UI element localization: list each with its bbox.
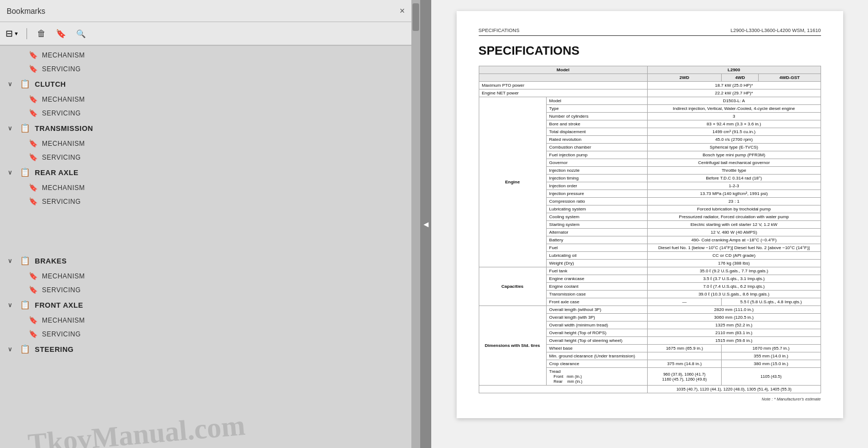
bookmark-icon: 🔖: [29, 183, 38, 192]
row-label: Injection nozzle: [546, 167, 647, 175]
row-value: 2110 mm (83.1 in.): [647, 329, 821, 337]
tread-front-4wd: 1105 (43.5): [722, 368, 821, 386]
bookmark-label: MECHANISM: [42, 51, 85, 59]
row-value: 13.73 MPa (140 kgf/cm², 1991 psi): [647, 190, 821, 198]
section-folder-icon: 📋: [20, 79, 30, 89]
row-value: CC or CD (API grade): [647, 252, 821, 260]
search-bookmark-button[interactable]: 🔍: [74, 28, 88, 39]
bookmark-icon: 🔖: [29, 272, 38, 280]
row-value: Electric starting with cell starter 12 V…: [647, 221, 821, 229]
doc-header: SPECIFICATIONS L2900-L3300-L3600-L4200 W…: [479, 28, 821, 36]
bookmark-item-rear-servicing[interactable]: 🔖 SERVICING: [0, 194, 411, 208]
bookmark-item-rear-mechanism[interactable]: 🔖 MECHANISM: [0, 181, 411, 194]
delete-bookmark-button[interactable]: 🗑: [35, 28, 48, 40]
row-value: 22.2 kW (29.7 HP)*: [647, 89, 821, 97]
variant-4wd: 4WD: [722, 74, 759, 82]
bookmark-label: MECHANISM: [42, 96, 85, 103]
row-value: 176 kg (388 lbs): [647, 260, 821, 267]
row-label: Transmission case: [546, 291, 647, 298]
model-label: Model: [479, 66, 647, 74]
scroll-thumb[interactable]: [412, 3, 419, 31]
row-label: Number of cylinders: [546, 113, 647, 120]
bookmark-item-trans-servicing[interactable]: 🔖 SERVICING: [0, 150, 411, 164]
dimensions-section-label: Dimensions with Std. tires: [479, 306, 546, 386]
doc-note: Note : * Manufacturer's estimate: [479, 397, 821, 402]
row-label: Tread Front mm (in.) Rear mm (in.): [546, 368, 647, 386]
section-label-transmission: TRANSMISSION: [35, 124, 93, 133]
scrollbar[interactable]: [411, 0, 420, 448]
row-label: Overall width (minimum tread): [546, 321, 647, 329]
bookmark-item-brakes-servicing[interactable]: 🔖 SERVICING: [0, 283, 411, 297]
bookmark-icon: 🔖: [29, 197, 38, 205]
row-label: Injection timing: [546, 175, 647, 182]
section-label-clutch: CLUTCH: [35, 80, 66, 88]
row-value-4wd: 380 mm (15.0 in.): [722, 360, 821, 368]
bookmark-item-clutch-mechanism[interactable]: 🔖 MECHANISM: [0, 92, 411, 106]
row-value: Throttle type: [647, 167, 821, 175]
bookmark-icon: 🔖: [29, 51, 38, 59]
add-bookmark-button[interactable]: 🔖: [54, 28, 68, 40]
row-value-2wd: —: [647, 298, 721, 306]
section-steering[interactable]: ∨ 📋 STEERING: [0, 341, 411, 357]
row-label: Maximum PTO power: [479, 82, 647, 89]
specifications-table: Model L2900 2WD 4WD 4WD-GST Maximum PTO …: [479, 66, 821, 393]
section-brakes[interactable]: ∨ 📋 BRAKES: [0, 252, 411, 269]
row-label: Fuel: [546, 244, 647, 252]
row-label: Injection pressure: [546, 190, 647, 198]
variant-4wd-gst: 4WD-GST: [759, 74, 821, 82]
row-value: 83 × 92.4 mm (3.3 × 3.6 in.): [647, 120, 821, 128]
row-label: Engine NET power: [479, 89, 647, 97]
table-row: Maximum PTO power 18.7 kW (25.0 HP)*: [479, 82, 821, 89]
section-transmission[interactable]: ∨ 📋 TRANSMISSION: [0, 120, 411, 136]
bookmark-item-servicing-top[interactable]: 🔖 SERVICING: [0, 62, 411, 76]
bookmark-item-clutch-servicing[interactable]: 🔖 SERVICING: [0, 106, 411, 120]
row-value-2wd: [647, 352, 721, 360]
row-label: Weight (Dry): [546, 260, 647, 267]
front-axle-children: 🔖 MECHANISM 🔖 SERVICING: [0, 313, 411, 341]
table-row: Engine NET power 22.2 kW (29.7 HP)*: [479, 89, 821, 97]
row-value: Pressurized radiator, Forced circulation…: [647, 213, 821, 221]
row-label: Model: [546, 97, 647, 105]
section-label-front-axle: FRONT AXLE: [35, 301, 83, 309]
capacities-section-label: Capacities: [479, 267, 546, 306]
tread-label: Tread: [549, 369, 644, 374]
section-front-axle[interactable]: ∨ 📋 FRONT AXLE: [0, 297, 411, 313]
row-value: Indirect injection, Vertical, Water-Cool…: [647, 105, 821, 113]
row-value: 490- Cold cranking Amps at −18°C (−0.4°F…: [647, 236, 821, 244]
row-value: 3060 mm (120.5 in.): [647, 314, 821, 321]
document-panel: SPECIFICATIONS L2900-L3300-L3600-L4200 W…: [431, 0, 868, 448]
clutch-children: 🔖 MECHANISM 🔖 SERVICING: [0, 92, 411, 120]
row-value-4wd: 1670 mm (65.7 in.): [722, 345, 821, 352]
collapse-panel-button[interactable]: ◀: [420, 0, 431, 448]
section-rear-axle[interactable]: ∨ 📋 REAR AXLE: [0, 164, 411, 181]
chevron-down-icon: ∨: [8, 302, 15, 309]
section-folder-icon: 📋: [20, 344, 30, 354]
row-label: Lubricating system: [546, 205, 647, 213]
row-label-empty: [479, 386, 647, 393]
bookmark-label: SERVICING: [42, 109, 81, 117]
row-label: Overall height (Top of steering wheel): [546, 337, 647, 345]
section-folder-icon: 📋: [20, 167, 30, 177]
bookmark-item-mechanism-top[interactable]: 🔖 MECHANISM: [0, 48, 411, 62]
close-button[interactable]: ×: [400, 6, 405, 16]
bookmark-item-front-mechanism[interactable]: 🔖 MECHANISM: [0, 313, 411, 327]
row-label: Min. ground clearance (Under transmissio…: [546, 352, 647, 360]
bookmark-item-brakes-mechanism[interactable]: 🔖 MECHANISM: [0, 269, 411, 283]
row-value: Forced lubrication by trochoidal pump: [647, 205, 821, 213]
row-value: 1515 mm (59.6 in.): [647, 337, 821, 345]
watermark-text: TkovManual.com: [27, 409, 246, 448]
section-clutch[interactable]: ∨ 📋 CLUTCH: [0, 76, 411, 92]
bookmark-tree: 🔖 MECHANISM 🔖 SERVICING ∨ 📋 CLUTCH 🔖 MEC…: [0, 46, 411, 448]
row-label: Bore and stroke: [546, 120, 647, 128]
bookmark-item-trans-mechanism[interactable]: 🔖 MECHANISM: [0, 136, 411, 150]
tread-front-label: Front mm (in.): [549, 374, 644, 379]
section-folder-icon: 📋: [20, 300, 30, 310]
row-value: 1325 mm (52.2 in.): [647, 321, 821, 329]
bookmark-item-front-servicing[interactable]: 🔖 SERVICING: [0, 327, 411, 341]
table-variant-row: 2WD 4WD 4WD-GST: [479, 74, 821, 82]
bookmark-label: SERVICING: [42, 65, 81, 73]
section-folder-icon: 📋: [20, 256, 30, 266]
view-options-dropdown[interactable]: ⊟ ▼: [6, 28, 19, 39]
toolbar-divider: [27, 28, 27, 39]
bookmark-label: MECHANISM: [42, 140, 85, 147]
